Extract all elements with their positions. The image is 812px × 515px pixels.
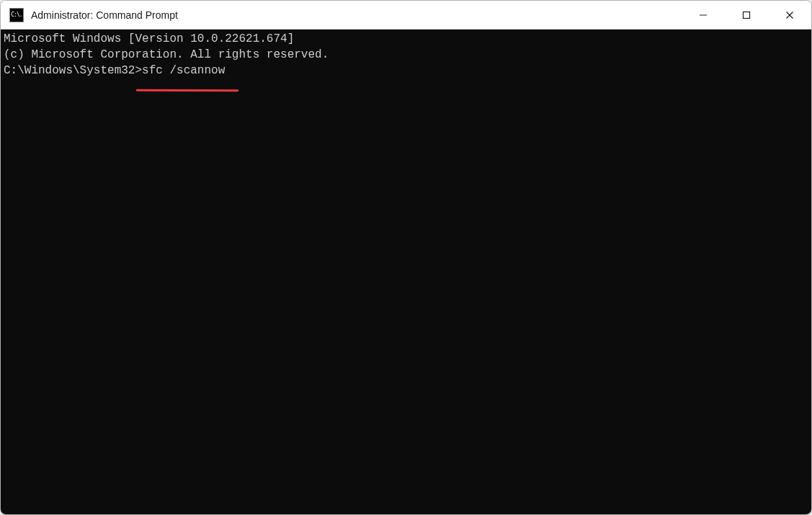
terminal-output-line: Microsoft Windows [Version 10.0.22621.67… bbox=[4, 31, 808, 47]
terminal-prompt-line: C:\Windows\System32>sfc /scannow bbox=[4, 63, 808, 79]
app-window: C:\. Administrator: Command Prompt Micro… bbox=[0, 0, 812, 515]
maximize-icon bbox=[742, 11, 751, 19]
terminal-command: sfc /scannow bbox=[142, 64, 225, 77]
terminal-body[interactable]: Microsoft Windows [Version 10.0.22621.67… bbox=[1, 30, 811, 514]
window-controls bbox=[682, 1, 811, 29]
cmd-icon: C:\. bbox=[9, 8, 24, 22]
terminal-prompt: C:\Windows\System32> bbox=[4, 64, 142, 77]
minimize-icon bbox=[699, 11, 708, 19]
window-title: Administrator: Command Prompt bbox=[31, 9, 682, 21]
terminal-output-line: (c) Microsoft Corporation. All rights re… bbox=[4, 47, 808, 63]
svg-rect-1 bbox=[744, 12, 750, 18]
maximize-button[interactable] bbox=[725, 1, 768, 29]
minimize-button[interactable] bbox=[682, 1, 725, 29]
close-button[interactable] bbox=[768, 1, 811, 29]
close-icon bbox=[785, 11, 794, 19]
highlight-underline bbox=[136, 89, 238, 91]
cmd-icon-text: C:\. bbox=[11, 12, 22, 18]
titlebar[interactable]: C:\. Administrator: Command Prompt bbox=[1, 1, 811, 30]
